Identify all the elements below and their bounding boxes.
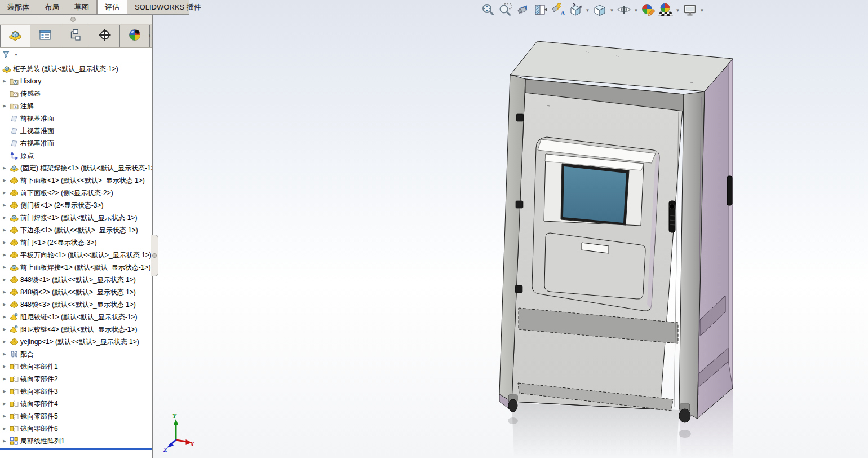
tree-filter-row[interactable]: ▼ (0, 48, 152, 61)
tree-item[interactable]: ▶ 配合 (0, 348, 152, 360)
cabinet-3d-model[interactable]: Y X Z (152, 0, 868, 458)
hide-show-items-button[interactable] (616, 2, 632, 19)
part-icon (9, 176, 19, 185)
tree-item[interactable]: ▶ 镜向零部件4 (0, 398, 152, 410)
dynamic-annotation-views-button[interactable]: A (550, 2, 566, 19)
command-tab-label: 装配体 (7, 2, 29, 12)
command-tab[interactable]: 评估 (97, 0, 127, 14)
dropdown-caret-icon[interactable]: ▼ (585, 2, 590, 19)
feature-manager-tab[interactable] (0, 25, 30, 47)
tree-item[interactable]: ▶ 镜向零部件5 (0, 410, 152, 422)
expand-arrow-icon[interactable]: ▶ (0, 389, 9, 394)
command-tab[interactable]: 布局 (37, 0, 67, 14)
view-orientation-button[interactable] (568, 2, 583, 19)
expand-arrow-icon[interactable]: ▶ (0, 228, 9, 232)
tree-item[interactable]: 前视基准面 (0, 112, 152, 125)
panel-collapse-arrow[interactable]: › (147, 28, 153, 43)
tree-item[interactable]: ▶ History (0, 75, 152, 87)
expand-arrow-icon[interactable]: ▶ (0, 240, 9, 245)
zoom-to-fit-button[interactable] (480, 2, 496, 19)
tree-item[interactable]: ▶ A 注解 (0, 100, 152, 112)
edit-appearance-button[interactable] (640, 2, 656, 19)
expand-arrow-icon[interactable]: ▶ (0, 340, 9, 344)
expand-arrow-icon[interactable]: ▶ (0, 290, 9, 294)
tree-item[interactable]: ▶ 镜向零部件3 (0, 385, 152, 398)
expand-arrow-icon[interactable]: ▶ (0, 178, 9, 183)
tree-item[interactable]: ▶ 848锁<2> (默认<<默认>_显示状态 1>) (0, 286, 152, 298)
dropdown-caret-icon[interactable]: ▼ (634, 2, 639, 19)
tree-item[interactable]: 原点 (0, 149, 152, 162)
command-manager-tabs: 装配体 布局 草图 评估 SOLIDWORKS 插件 (0, 0, 189, 15)
tree-item[interactable]: ▶ 镜向零部件6 (0, 422, 152, 435)
dropdown-caret-icon[interactable]: ▼ (699, 2, 705, 19)
expand-arrow-icon[interactable]: ▶ (0, 352, 9, 356)
tree-item[interactable]: ▶ 前下面板<1> (默认<<默认>_显示状态 1>) (0, 174, 152, 187)
tree-item-label: 前门焊接<1> (默认<默认_显示状态-1>) (20, 213, 137, 223)
origin-icon (9, 151, 19, 160)
property-manager-tab[interactable] (30, 25, 60, 47)
tree-item[interactable]: ▶ 平板万向轮<1> (默认<<默认>_显示状态 1>) (0, 249, 152, 261)
expand-arrow-icon[interactable]: ▶ (0, 191, 9, 195)
expand-arrow-icon[interactable]: ▶ (0, 414, 9, 419)
command-tab-label: 布局 (45, 2, 59, 12)
expand-arrow-icon[interactable]: ▶ (0, 203, 9, 208)
command-tab[interactable]: 装配体 (0, 0, 37, 14)
plane-icon (9, 139, 19, 148)
tree-item[interactable]: ▶ 镜向零部件1 (0, 360, 152, 373)
display-manager-tab[interactable] (120, 25, 150, 47)
expand-arrow-icon[interactable]: ▶ (0, 79, 9, 83)
display-style-button[interactable] (592, 2, 608, 19)
expand-arrow-icon[interactable]: ▶ (0, 166, 9, 170)
tree-item[interactable]: ▶ 前下面板<2> (侧<显示状态-2>) (0, 187, 152, 199)
panel-splitter[interactable] (151, 235, 158, 276)
expand-arrow-icon[interactable]: ▶ (0, 215, 9, 220)
expand-arrow-icon[interactable]: ▶ (0, 315, 9, 319)
graphics-area[interactable]: Y X Z A ▼ ▼ ▼ ▼ ▼ (152, 0, 868, 458)
zoom-to-area-button[interactable] (498, 2, 513, 19)
command-tab[interactable]: SOLIDWORKS 插件 (127, 0, 209, 14)
dropdown-caret-icon[interactable]: ▼ (675, 2, 680, 19)
tree-item[interactable]: ▶ 下边条<1> (默认<<默认>_显示状态 1>) (0, 224, 152, 236)
tree-item[interactable]: ▶ 前门<1> (2<显示状态-3>) (0, 236, 152, 249)
tree-item[interactable]: ▶ 前上面板焊接<1> (默认<默认_显示状态-1>) (0, 261, 152, 274)
expand-arrow-icon[interactable]: ▶ (0, 265, 9, 270)
tree-item[interactable]: 上视基准面 (0, 125, 152, 137)
tree-item[interactable]: ▶ 848锁<1> (默认<<默认>_显示状态 1>) (0, 274, 152, 286)
tree-item[interactable]: ▶ 侧门板<1> (2<显示状态-3>) (0, 199, 152, 212)
tree-item[interactable]: ▶ 阻尼铰链<4> (默认<默认_显示状态-1>) (0, 323, 152, 336)
expand-arrow-icon[interactable]: ▶ (0, 364, 9, 369)
cabinet-body[interactable] (499, 41, 733, 422)
tree-item[interactable]: 柜子总装 (默认<默认_显示状态-1>) (0, 63, 152, 75)
expand-arrow-icon[interactable]: ▶ (0, 402, 9, 406)
tree-item[interactable]: ▶ 阻尼铰链<1> (默认<默认_显示状态-1>) (0, 311, 152, 323)
expand-arrow-icon[interactable]: ▶ (0, 377, 9, 381)
expand-arrow-icon[interactable]: ▶ (0, 302, 9, 307)
apply-scene-button[interactable] (658, 2, 674, 19)
expand-arrow-icon[interactable]: ▶ (0, 104, 9, 108)
configuration-manager-tab[interactable] (60, 25, 90, 47)
dropdown-caret-icon[interactable]: ▼ (609, 2, 614, 19)
expand-arrow-icon[interactable]: ▶ (0, 278, 9, 282)
hinge-icon (9, 312, 19, 322)
expand-arrow-icon[interactable]: ▶ (0, 439, 9, 443)
rollback-bar[interactable] (0, 448, 152, 450)
expand-arrow-icon[interactable]: ▶ (0, 327, 9, 332)
tree-item-label: 侧门板<1> (2<显示状态-3>) (20, 201, 103, 210)
tree-item[interactable]: 右视基准面 (0, 137, 152, 149)
previous-view-button[interactable] (515, 2, 531, 19)
expand-arrow-icon[interactable]: ▶ (0, 426, 9, 431)
tree-item[interactable]: ▶ 镜向零部件2 (0, 373, 152, 385)
tree-item-label: 右视基准面 (20, 139, 54, 148)
section-view-button[interactable] (533, 2, 548, 19)
tree-item[interactable]: ▶ 前门焊接<1> (默认<默认_显示状态-1>) (0, 212, 152, 224)
svg-text:A: A (561, 10, 565, 16)
tree-item[interactable]: ▶ yejingp<1> (默认<<默认>_显示状态 1>) (0, 336, 152, 348)
tree-item[interactable]: ▶ 848锁<3> (默认<<默认>_显示状态 1>) (0, 298, 152, 311)
dimxpert-manager-tab[interactable] (90, 25, 120, 47)
view-settings-button[interactable] (682, 2, 698, 19)
tree-item[interactable]: ▶ 局部线性阵列1 (0, 435, 152, 447)
command-tab[interactable]: 草图 (67, 0, 97, 14)
tree-item[interactable]: ▶ (固定) 框架焊接<1> (默认<默认_显示状态-1>) (0, 162, 152, 174)
expand-arrow-icon[interactable]: ▶ (0, 253, 9, 257)
tree-item[interactable]: 传感器 (0, 87, 152, 100)
